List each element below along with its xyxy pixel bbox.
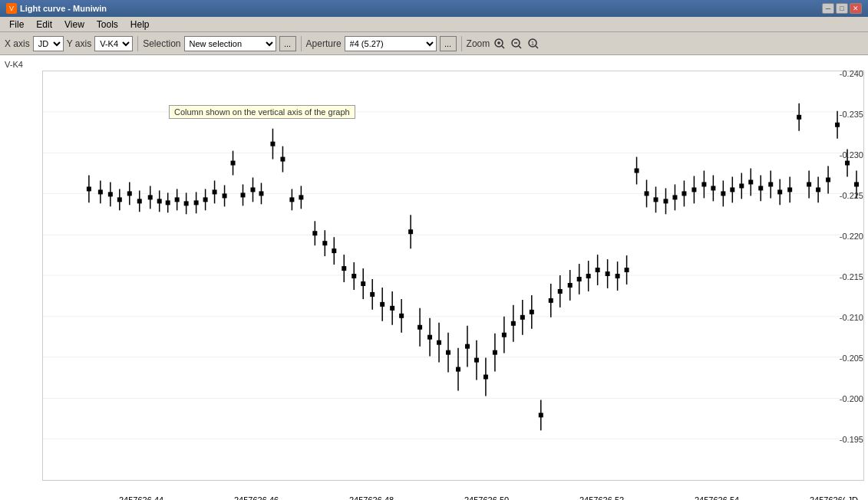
svg-line-8 (536, 46, 538, 48)
separator-2 (301, 36, 302, 51)
svg-rect-151 (711, 186, 715, 190)
svg-rect-165 (777, 189, 782, 194)
title-bar-left: V Light curve - Muniwin (6, 3, 107, 14)
zoom-out-button[interactable] (510, 37, 523, 51)
svg-rect-101 (474, 358, 479, 363)
menu-tools[interactable]: Tools (91, 18, 124, 31)
aperture-label: Aperture (306, 38, 342, 49)
svg-rect-33 (148, 195, 153, 199)
svg-rect-55 (250, 187, 255, 192)
menu-edit[interactable]: Edit (30, 18, 58, 31)
svg-rect-155 (730, 187, 734, 192)
menu-help[interactable]: Help (124, 18, 156, 31)
y-axis-select[interactable]: V-K4 (94, 36, 133, 51)
zoom-out-icon (510, 38, 523, 50)
x-tick-1: 2457626.46 (234, 495, 279, 500)
svg-rect-45 (203, 197, 208, 202)
y-tick-230: -0.230 (840, 150, 863, 160)
y-tick-215: -0.215 (840, 272, 863, 281)
svg-rect-27 (117, 197, 122, 202)
menu-view[interactable]: View (58, 18, 91, 31)
title-bar: V Light curve - Muniwin ─ □ ✕ (0, 0, 868, 17)
menu-bar: File Edit View Tools Help (0, 17, 868, 32)
svg-rect-119 (558, 289, 563, 294)
svg-rect-123 (577, 277, 582, 281)
svg-rect-41 (184, 201, 189, 206)
maximize-button[interactable]: □ (836, 3, 848, 14)
x-tick-5: 2457626.54 (695, 495, 739, 500)
svg-rect-51 (231, 161, 236, 166)
svg-rect-143 (672, 195, 677, 199)
x-tick-2: 2457626.48 (349, 495, 394, 500)
svg-rect-139 (654, 197, 658, 202)
svg-rect-79 (370, 292, 375, 297)
x-tick-4: 2457626.52 (579, 495, 624, 500)
x-axis-label: X axis (5, 38, 30, 49)
minimize-button[interactable]: ─ (822, 3, 834, 14)
svg-rect-29 (127, 191, 132, 196)
x-axis-select[interactable]: JD (33, 36, 64, 51)
y-axis-label: Y axis (67, 38, 91, 49)
svg-rect-147 (691, 187, 696, 192)
svg-rect-115 (539, 413, 543, 417)
svg-rect-131 (616, 274, 620, 278)
zoom-in-button[interactable] (493, 37, 507, 51)
y-tick-220: -0.220 (840, 232, 863, 241)
selection-ellipsis-button[interactable]: ... (279, 36, 296, 51)
svg-rect-31 (137, 199, 142, 203)
svg-rect-21 (87, 186, 91, 191)
svg-rect-113 (530, 310, 534, 314)
chart-container: V-K4 Column shown on the vertical axis o… (0, 55, 868, 500)
menu-file[interactable]: File (3, 18, 30, 31)
x-tick-3: 2457626.50 (464, 495, 509, 500)
svg-rect-35 (157, 199, 162, 203)
zoom-reset-button[interactable]: 1 (526, 37, 540, 51)
svg-rect-129 (606, 271, 610, 276)
svg-rect-57 (259, 191, 263, 196)
close-button[interactable]: ✕ (850, 3, 862, 14)
window-controls: ─ □ ✕ (822, 3, 862, 14)
svg-rect-135 (635, 169, 639, 173)
aperture-select[interactable]: #4 (5.27) (345, 36, 437, 51)
svg-rect-173 (816, 187, 820, 192)
y-tick-200: -0.200 (840, 394, 863, 403)
svg-rect-179 (845, 161, 850, 166)
svg-rect-169 (797, 115, 801, 120)
plot-area[interactable] (42, 71, 864, 481)
svg-rect-99 (465, 344, 470, 349)
svg-rect-177 (835, 123, 840, 127)
svg-rect-175 (826, 177, 830, 182)
svg-rect-87 (408, 229, 413, 234)
svg-rect-137 (645, 191, 649, 196)
app-icon: V (6, 3, 17, 14)
svg-rect-127 (596, 268, 600, 272)
svg-rect-65 (299, 195, 303, 199)
svg-rect-69 (322, 241, 327, 245)
svg-rect-97 (456, 367, 460, 372)
svg-rect-107 (502, 333, 507, 337)
svg-rect-75 (351, 274, 356, 278)
svg-rect-49 (223, 193, 227, 198)
aperture-ellipsis-button[interactable]: ... (440, 36, 457, 51)
window-title: Light curve - Muniwin (20, 4, 107, 13)
y-axis-name: V-K4 (5, 60, 23, 69)
svg-rect-83 (390, 306, 394, 311)
selection-select[interactable]: New selection (184, 36, 276, 51)
y-tick-205: -0.205 (840, 354, 863, 363)
svg-rect-37 (166, 200, 170, 205)
svg-rect-105 (493, 350, 497, 355)
y-tick-240: -0.240 (840, 69, 863, 78)
svg-rect-171 (807, 182, 811, 186)
svg-rect-93 (437, 340, 441, 345)
svg-rect-77 (361, 281, 365, 286)
zoom-label: Zoom (467, 38, 490, 49)
y-tick-195: -0.195 (840, 435, 863, 444)
y-tick-225: -0.225 (840, 191, 863, 200)
svg-rect-95 (446, 350, 451, 355)
svg-line-1 (502, 46, 504, 48)
svg-rect-161 (758, 186, 763, 190)
svg-rect-163 (768, 182, 773, 186)
svg-rect-91 (427, 335, 432, 340)
svg-rect-157 (739, 183, 744, 188)
svg-rect-71 (332, 248, 336, 253)
